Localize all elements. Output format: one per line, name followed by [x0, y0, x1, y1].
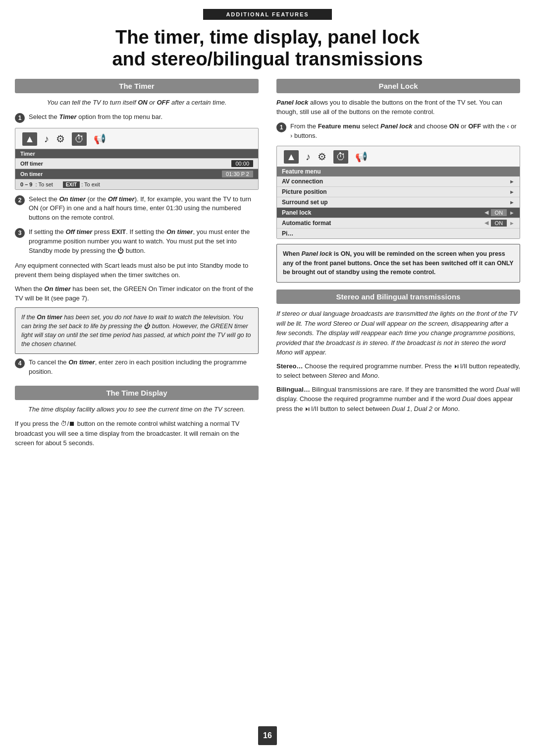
stereo-intro: If stereo or dual language broadcasts ar… [276, 309, 520, 357]
tv-icon-timer-sel: ⏱ [72, 132, 87, 146]
panel-lock-intro: Panel lock allows you to disable the but… [276, 98, 520, 117]
picture-position-row: Picture position ► [277, 187, 520, 197]
timer-label: Timer [20, 151, 35, 157]
timer-step2: 2 Select the On timer (or the Off timer)… [15, 195, 259, 223]
bilingual-para: Bilingual… Bilingual transmissions are r… [276, 385, 520, 414]
hint-exit: EXIT : To exit [63, 181, 100, 187]
panel-lock-value: ON [491, 209, 507, 216]
panel-lock-note-box: When Panel lock is ON, you will be remin… [276, 244, 520, 283]
timer-step4: 4 To cancel the On timer, enter zero in … [15, 358, 259, 377]
timer-step1: 1 Select the Timer option from the top m… [15, 113, 259, 123]
picture-position-label: Picture position [282, 188, 327, 195]
step3-number: 3 [15, 228, 25, 238]
right-column: Panel Lock Panel lock allows you to disa… [268, 79, 520, 452]
tv-icon-audio: 📢 [94, 133, 106, 145]
feature-menu-rows: Feature menu AV connection ► Picture pos… [277, 167, 520, 238]
stereo-header: Stereo and Bilingual transmissions [276, 290, 520, 304]
panel-lock-step1: 1 From the Feature menu select Panel loc… [276, 122, 520, 141]
step4-number: 4 [15, 358, 25, 368]
step1-number: 1 [15, 113, 25, 123]
off-timer-row: Off timer 00:00 [15, 159, 258, 169]
menu-hint-row: 0 – 9 : To set EXIT : To exit [15, 179, 258, 189]
automatic-format-value: ON [491, 220, 507, 227]
panel-icon-timer-sel: ⏱ [333, 150, 348, 164]
left-column: The Timer You can tell the TV to turn it… [15, 79, 268, 452]
pi-row: Pi… [277, 229, 520, 238]
stereo-section: Stereo and Bilingual transmissions If st… [276, 290, 520, 413]
panel-step1-number: 1 [276, 122, 286, 132]
av-connection-arrow: ► [509, 178, 515, 184]
step3-text: If setting the Off timer press EXIT. If … [29, 228, 259, 256]
exit-btn: EXIT [63, 181, 80, 188]
panel-lock-left-arrow: ◀ [484, 209, 488, 216]
av-connection-row: AV connection ► [277, 176, 520, 187]
panel-lock-row: Panel lock ◀ ON ► [277, 208, 520, 218]
auto-format-right-arrow: ► [509, 220, 515, 226]
tv-icon-sound: ♪ [44, 133, 49, 145]
hint-numbers: 0 – 9 : To set [20, 181, 53, 187]
panel-lock-header: Panel Lock [276, 79, 520, 93]
timer-note-box: If the On timer has been set, you do not… [15, 307, 259, 354]
timer-submenu-header: Timer [15, 149, 258, 159]
on-timer-row: On timer 01:30 P 2 [15, 169, 258, 179]
off-timer-label: Off timer [20, 161, 43, 167]
timer-intro: You can tell the TV to turn itself ON or… [15, 98, 259, 107]
timer-menu-icons: ▲ ♪ ⚙ ⏱ 📢 [15, 128, 258, 149]
panel-lock-row-label: Panel lock [282, 209, 311, 216]
timer-para1: Any equipment connected with Scart leads… [15, 261, 259, 280]
timer-menu-box: ▲ ♪ ⚙ ⏱ 📢 Timer Off timer 00:00 On timer… [15, 128, 259, 190]
panel-menu-icons: ▲ ♪ ⚙ ⏱ 📢 [277, 146, 520, 167]
surround-setup-label: Surround set up [282, 199, 328, 206]
on-timer-label: On timer [20, 171, 43, 177]
automatic-format-row: Automatic format ◀ ON ► [277, 218, 520, 229]
auto-format-value-group: ◀ ON ► [484, 220, 515, 227]
pi-label: Pi… [282, 230, 293, 237]
tv-icon-settings: ⚙ [56, 133, 65, 145]
panel-step1-text: From the Feature menu select Panel lock … [290, 122, 520, 141]
timer-step3: 3 If setting the Off timer press EXIT. I… [15, 228, 259, 256]
step1-text: Select the Timer option from the top men… [29, 113, 162, 122]
off-timer-value: 00:00 [231, 160, 253, 167]
panel-icon-sound: ♪ [306, 151, 311, 163]
panel-lock-right-arrow: ► [509, 210, 515, 216]
stereo-para: Stereo… Choose the required programme nu… [276, 361, 520, 381]
time-display-intro: The time display facility allows you to … [15, 405, 259, 414]
automatic-format-label: Automatic format [282, 220, 331, 227]
main-title: The timer, time display, panel lock and … [20, 27, 515, 70]
surround-setup-row: Surround set up ► [277, 197, 520, 208]
time-display-header: The Time Display [15, 386, 259, 400]
time-display-para: If you press the ⏱/⏹ button on the remot… [15, 419, 259, 448]
timer-submenu: Timer Off timer 00:00 On timer 01:30 P 2… [15, 149, 258, 189]
panel-lock-menu-box: ▲ ♪ ⚙ ⏱ 📢 Feature menu AV connection ► P… [276, 146, 520, 239]
on-timer-value: 01:30 P 2 [222, 171, 253, 177]
timer-para2: When the On timer has been set, the GREE… [15, 284, 259, 303]
step4-text: To cancel the On timer, enter zero in ea… [29, 358, 259, 377]
panel-icon-picture: ▲ [284, 150, 299, 164]
feature-menu-label: Feature menu [277, 167, 520, 176]
page-number: 16 [258, 726, 277, 745]
panel-icon-settings: ⚙ [318, 151, 326, 163]
step2-number: 2 [15, 195, 25, 205]
av-connection-label: AV connection [282, 178, 323, 185]
panel-lock-value-group: ◀ ON ► [484, 209, 515, 216]
panel-icon-audio: 📢 [355, 151, 368, 163]
surround-setup-arrow: ► [509, 199, 515, 205]
step2-text: Select the On timer (or the Off timer). … [29, 195, 259, 223]
timer-section-header: The Timer [15, 79, 259, 93]
auto-format-left-arrow: ◀ [484, 220, 488, 226]
tv-icon-picture: ▲ [22, 132, 37, 146]
picture-position-arrow: ► [509, 189, 515, 195]
additional-features-banner: Additional Features [203, 9, 332, 20]
